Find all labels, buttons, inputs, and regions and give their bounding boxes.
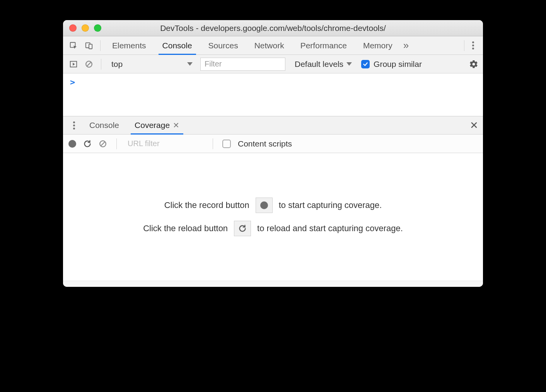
console-settings-icon[interactable]	[469, 60, 478, 69]
status-bar	[63, 281, 483, 287]
record-icon	[260, 201, 268, 209]
drawer-tabstrip: Console Coverage ✕ ✕	[63, 116, 483, 135]
tab-console[interactable]: Console	[155, 36, 199, 55]
filter-placeholder: Filter	[205, 60, 222, 68]
group-similar-checkbox[interactable]	[361, 60, 370, 68]
tab-network[interactable]: Network	[247, 36, 291, 55]
drawer-menu-button[interactable]	[68, 121, 80, 130]
close-drawer-icon[interactable]: ✕	[470, 119, 478, 131]
clear-coverage-icon[interactable]	[99, 140, 107, 148]
console-filter-input[interactable]: Filter	[200, 58, 285, 71]
coverage-hint-record: Click the record button to start capturi…	[164, 198, 382, 213]
execution-context-selector[interactable]: top	[107, 58, 196, 71]
main-tabstrip: Elements Console Sources Network Perform…	[63, 36, 483, 55]
inspect-element-icon[interactable]	[67, 39, 80, 52]
close-tab-icon[interactable]: ✕	[173, 121, 179, 130]
content-scripts-label: Content scripts	[238, 139, 292, 148]
tab-sources[interactable]: Sources	[201, 36, 245, 55]
coverage-hint-reload: Click the reload button to reload and st…	[143, 221, 403, 236]
separator	[464, 40, 464, 51]
minimize-window-button[interactable]	[82, 24, 89, 32]
content-scripts-checkbox[interactable]	[222, 140, 231, 148]
url-filter-input[interactable]: URL filter	[126, 139, 203, 148]
execution-context-label: top	[111, 60, 123, 69]
log-levels-selector[interactable]: Default levels	[295, 60, 352, 69]
zoom-window-button[interactable]	[94, 24, 101, 32]
console-sidebar-toggle-icon[interactable]	[68, 58, 79, 70]
record-button-inline[interactable]	[256, 198, 273, 213]
separator	[101, 59, 101, 70]
svg-line-5	[87, 62, 91, 66]
reload-button[interactable]	[83, 140, 92, 148]
reload-button-inline[interactable]	[234, 221, 251, 236]
tab-performance[interactable]: Performance	[293, 36, 354, 55]
console-toolbar: top Filter Default levels Group similar	[63, 55, 483, 73]
tab-memory[interactable]: Memory	[356, 36, 399, 55]
reload-icon	[238, 224, 247, 233]
console-prompt: >	[70, 77, 75, 87]
tab-elements[interactable]: Elements	[105, 36, 153, 55]
dropdown-icon	[187, 62, 193, 66]
close-window-button[interactable]	[69, 24, 77, 32]
device-toggle-icon[interactable]	[82, 39, 96, 52]
group-similar-label: Group similar	[374, 60, 422, 69]
drawer-tab-console[interactable]: Console	[83, 116, 125, 134]
svg-rect-2	[89, 44, 92, 49]
tabs-overflow-button[interactable]: »	[403, 39, 409, 51]
window-title: DevTools - developers.google.com/web/too…	[63, 24, 483, 33]
coverage-empty-state: Click the record button to start capturi…	[63, 153, 483, 281]
drawer-tab-coverage[interactable]: Coverage ✕	[128, 116, 186, 134]
separator	[116, 138, 117, 149]
devtools-window: DevTools - developers.google.com/web/too…	[63, 20, 483, 287]
dropdown-icon	[346, 62, 352, 66]
titlebar: DevTools - developers.google.com/web/too…	[63, 20, 483, 36]
record-button[interactable]	[68, 140, 76, 148]
separator	[213, 138, 213, 149]
console-output[interactable]: >	[63, 73, 483, 116]
coverage-toolbar: URL filter Content scripts	[63, 135, 483, 153]
log-levels-label: Default levels	[295, 60, 343, 69]
separator	[100, 40, 101, 51]
main-menu-button[interactable]	[467, 41, 479, 49]
traffic-lights	[69, 24, 101, 32]
svg-line-7	[101, 141, 105, 146]
clear-console-icon[interactable]	[83, 58, 95, 70]
